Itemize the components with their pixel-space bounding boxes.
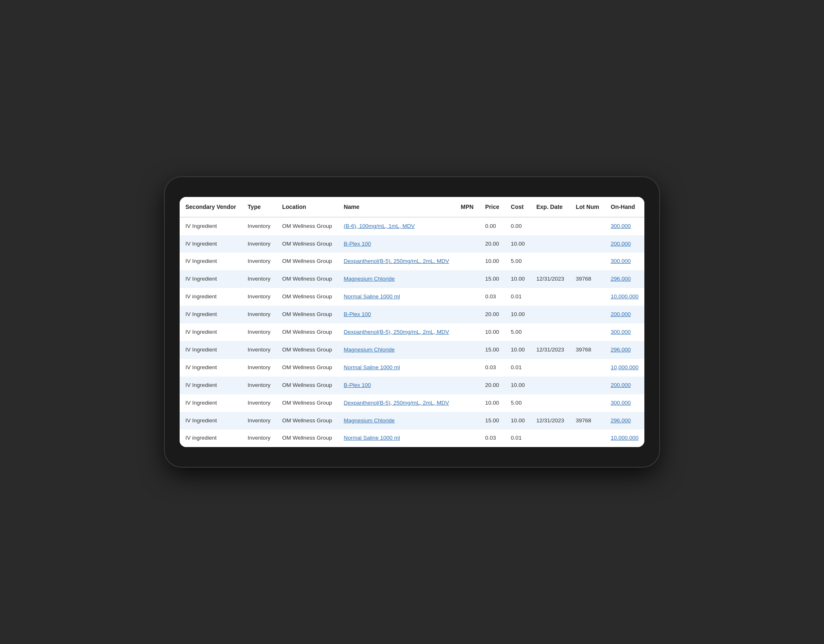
lot-num-cell [570,217,605,235]
on-hand-cell-link[interactable]: 300.000 [611,400,631,406]
type-cell: Inventory [242,341,276,359]
lot-num-cell [570,253,605,270]
secondary-vendor-cell: IV Ingredient [180,217,242,235]
on-hand-cell-link[interactable]: 296.000 [611,347,631,353]
on-hand-cell-link[interactable]: 200.000 [611,382,631,388]
name-cell[interactable]: Magnesium Chloride [338,341,455,359]
name-cell-link[interactable]: Normal Saline 1000 ml [344,293,400,300]
tablet-screen: Secondary VendorTypeLocationNameMPNPrice… [180,197,644,447]
mpn-cell [455,253,479,270]
on-hand-cell-link[interactable]: 300.000 [611,223,631,229]
secondary-vendor-cell: IV Ingredient [180,341,242,359]
table-header-cost: Cost [505,197,531,217]
secondary-vendor-cell: IV Ingredient [180,323,242,341]
name-cell-link[interactable]: Normal Saline 1000 ml [344,364,400,370]
name-cell-link[interactable]: Magnesium Chloride [344,417,395,424]
on-hand-cell[interactable]: 296.000 [605,270,644,288]
cost-cell: 10.00 [505,306,531,323]
exp-date-cell [531,253,570,270]
name-cell[interactable]: (B-6), 100mg/mL, 1mL, MDV [338,217,455,235]
location-cell: OM Wellness Group [276,323,338,341]
mpn-cell [455,323,479,341]
name-cell[interactable]: Magnesium Chloride [338,412,455,430]
price-cell: 15.00 [480,270,505,288]
cost-cell: 10.00 [505,235,531,253]
price-cell: 0.03 [480,429,505,447]
on-hand-cell[interactable]: 200.000 [605,306,644,323]
location-cell: OM Wellness Group [276,235,338,253]
on-hand-cell[interactable]: 296.000 [605,412,644,430]
price-cell: 15.00 [480,412,505,430]
name-cell[interactable]: B-Plex 100 [338,377,455,394]
name-cell-link[interactable]: Dexpanthenol(B-5), 250mg/mL, 2mL, MDV [344,329,449,335]
tablet-frame: Secondary VendorTypeLocationNameMPNPrice… [165,177,659,467]
name-cell[interactable]: Dexpanthenol(B-5), 250mg/mL, 2mL, MDV [338,323,455,341]
name-cell[interactable]: Normal Saline 1000 ml [338,429,455,447]
on-hand-cell-link[interactable]: 300.000 [611,329,631,335]
table-row: IV IngredientInventoryOM Wellness GroupM… [180,341,644,359]
on-hand-cell-link[interactable]: 200.000 [611,241,631,247]
secondary-vendor-cell: IV Ingredient [180,412,242,430]
name-cell-link[interactable]: B-Plex 100 [344,311,371,317]
mpn-cell [455,341,479,359]
on-hand-cell-link[interactable]: 10,000.000 [611,435,639,441]
name-cell[interactable]: Normal Saline 1000 ml [338,359,455,377]
cost-cell: 5.00 [505,253,531,270]
name-cell[interactable]: Dexpanthenol(B-5), 250mg/mL, 2mL, MDV [338,253,455,270]
on-hand-cell[interactable]: 10,000.000 [605,429,644,447]
table-row: IV IngredientInventoryOM Wellness GroupD… [180,253,644,270]
on-hand-cell-link[interactable]: 296.000 [611,417,631,424]
on-hand-cell[interactable]: 10,000.000 [605,359,644,377]
lot-num-cell [570,288,605,306]
name-cell[interactable]: Dexpanthenol(B-5), 250mg/mL, 2mL, MDV [338,394,455,412]
price-cell: 20.00 [480,377,505,394]
name-cell-link[interactable]: B-Plex 100 [344,382,371,388]
name-cell-link[interactable]: Dexpanthenol(B-5), 250mg/mL, 2mL, MDV [344,400,449,406]
exp-date-cell [531,377,570,394]
name-cell-link[interactable]: Normal Saline 1000 ml [344,435,400,441]
cost-cell: 0.01 [505,288,531,306]
on-hand-cell[interactable]: 300.000 [605,217,644,235]
table-row: IV IngredientInventoryOM Wellness GroupB… [180,377,644,394]
mpn-cell [455,394,479,412]
lot-num-cell: 39768 [570,270,605,288]
price-cell: 10.00 [480,323,505,341]
on-hand-cell[interactable]: 300.000 [605,253,644,270]
on-hand-cell[interactable]: 10,000.000 [605,288,644,306]
name-cell-link[interactable]: B-Plex 100 [344,241,371,247]
name-cell-link[interactable]: Magnesium Chloride [344,347,395,353]
on-hand-cell-link[interactable]: 296.000 [611,276,631,282]
on-hand-cell-link[interactable]: 10,000.000 [611,364,639,370]
name-cell-link[interactable]: Magnesium Chloride [344,276,395,282]
lot-num-cell [570,306,605,323]
type-cell: Inventory [242,253,276,270]
name-cell[interactable]: Normal Saline 1000 ml [338,288,455,306]
name-cell-link[interactable]: (B-6), 100mg/mL, 1mL, MDV [344,223,415,229]
on-hand-cell[interactable]: 200.000 [605,235,644,253]
on-hand-cell[interactable]: 300.000 [605,394,644,412]
exp-date-cell [531,323,570,341]
location-cell: OM Wellness Group [276,429,338,447]
name-cell[interactable]: B-Plex 100 [338,306,455,323]
on-hand-cell-link[interactable]: 200.000 [611,311,631,317]
location-cell: OM Wellness Group [276,270,338,288]
lot-num-cell: 39768 [570,341,605,359]
table-header-secondary-vendor: Secondary Vendor [180,197,242,217]
table-header-mpn: MPN [455,197,479,217]
on-hand-cell[interactable]: 296.000 [605,341,644,359]
on-hand-cell-link[interactable]: 10,000.000 [611,293,639,300]
name-cell[interactable]: B-Plex 100 [338,235,455,253]
table-row: IV IngredientInventoryOM Wellness GroupB… [180,306,644,323]
name-cell[interactable]: Magnesium Chloride [338,270,455,288]
on-hand-cell[interactable]: 200.000 [605,377,644,394]
on-hand-cell[interactable]: 300.000 [605,323,644,341]
name-cell-link[interactable]: Dexpanthenol(B-5), 250mg/mL, 2mL, MDV [344,258,449,264]
mpn-cell [455,412,479,430]
lot-num-cell [570,323,605,341]
on-hand-cell-link[interactable]: 300.000 [611,258,631,264]
lot-num-cell: 39768 [570,412,605,430]
table-container: Secondary VendorTypeLocationNameMPNPrice… [180,197,644,447]
price-cell: 0.03 [480,288,505,306]
location-cell: OM Wellness Group [276,341,338,359]
secondary-vendor-cell: IV Ingredient [180,394,242,412]
